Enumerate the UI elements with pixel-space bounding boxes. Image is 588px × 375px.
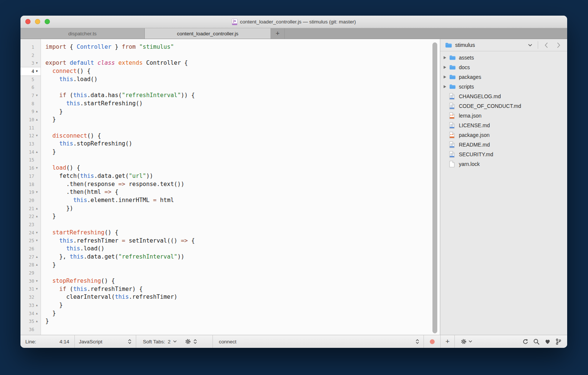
gutter-row[interactable]: 5: [20, 76, 41, 84]
back-arrow-icon[interactable]: [541, 41, 551, 49]
editor-scrollbar-thumb[interactable]: [432, 42, 437, 333]
code-line[interactable]: export default class extends Controller …: [45, 59, 440, 67]
gutter-row[interactable]: 7▼: [20, 92, 41, 100]
code-line[interactable]: .then(response => response.text()): [45, 180, 440, 189]
symbol-selector[interactable]: connect: [213, 335, 424, 348]
gutter-row[interactable]: 15: [20, 156, 41, 164]
tree-item-package-json[interactable]: package.json: [440, 130, 567, 140]
fold-down-icon[interactable]: ▼: [34, 280, 39, 283]
zoom-button[interactable]: [45, 19, 50, 24]
tree-item-security-md[interactable]: SECURITY.md: [440, 150, 567, 159]
fold-up-icon[interactable]: ▲: [34, 151, 39, 154]
gutter-row[interactable]: 27▲: [20, 253, 41, 261]
gutter-row[interactable]: 8: [20, 100, 41, 108]
code-line[interactable]: startRefreshing() {: [45, 229, 440, 237]
fold-down-icon[interactable]: ▼: [34, 70, 39, 73]
disclosure-triangle-icon[interactable]: [440, 66, 449, 69]
code-line[interactable]: this.load(): [45, 76, 440, 84]
code-line[interactable]: this.stopRefreshing(): [45, 140, 440, 148]
soft-tabs-control[interactable]: Soft Tabs: 2: [136, 335, 212, 348]
titlebar[interactable]: js content_loader_controller.js — stimul…: [20, 16, 567, 28]
code-editor[interactable]: 123▼4▼567▼89▲10▲1112▼1314▲1516▼171819▼20…: [20, 39, 440, 335]
code-line[interactable]: }: [45, 261, 440, 269]
gutter-row[interactable]: 16▼: [20, 164, 41, 172]
gutter-row[interactable]: 25▼: [20, 237, 41, 245]
gutter-row[interactable]: 23: [20, 221, 41, 229]
gutter-row[interactable]: 9▲: [20, 108, 41, 116]
code-line[interactable]: this.element.innerHTML = html: [45, 196, 440, 205]
sidebar-add-button[interactable]: +: [441, 335, 454, 348]
fold-down-icon[interactable]: ▼: [34, 167, 39, 170]
code-line[interactable]: }: [45, 317, 440, 326]
code-line[interactable]: [45, 221, 440, 229]
updown-stepper-icon[interactable]: [194, 339, 197, 344]
code-line[interactable]: if (this.data.has("refreshInterval")) {: [45, 92, 440, 100]
chevron-down-icon[interactable]: [173, 340, 177, 343]
gutter-row[interactable]: 1: [20, 43, 41, 51]
tree-item-docs[interactable]: docs: [440, 62, 567, 72]
code-line[interactable]: [45, 269, 440, 277]
gutter-row[interactable]: 28▲: [20, 261, 41, 269]
fold-up-icon[interactable]: ▲: [34, 256, 39, 259]
code-line[interactable]: }, this.data.get("refreshInterval")): [45, 253, 440, 261]
fold-down-icon[interactable]: ▼: [34, 288, 39, 291]
code-line[interactable]: }: [45, 116, 440, 124]
code-line[interactable]: clearInterval(this.refreshTimer): [45, 293, 440, 301]
fold-up-icon[interactable]: ▲: [34, 320, 39, 323]
code-line[interactable]: }: [45, 301, 440, 310]
fold-up-icon[interactable]: ▲: [34, 312, 39, 315]
code-line[interactable]: stopRefreshing() {: [45, 277, 440, 285]
tree-item-yarn-lock[interactable]: yarn.lock: [440, 159, 567, 169]
gutter-row[interactable]: 31▼: [20, 285, 41, 294]
disclosure-triangle-icon[interactable]: [440, 56, 449, 59]
tree-item-lerna-json[interactable]: lerna.json: [440, 111, 567, 121]
tab-dispatcher-ts[interactable]: dispatcher.ts: [20, 28, 145, 39]
gutter-row[interactable]: 14▲: [20, 148, 41, 156]
code-line[interactable]: [45, 51, 440, 60]
disclosure-triangle-icon[interactable]: [440, 85, 449, 88]
gutter-row[interactable]: 4▼: [20, 67, 41, 76]
fold-up-icon[interactable]: ▲: [34, 110, 39, 113]
gutter-row[interactable]: 11: [20, 124, 41, 132]
tree-item-packages[interactable]: packages: [440, 72, 567, 82]
code-line[interactable]: }: [45, 148, 440, 156]
code-line[interactable]: }: [45, 108, 440, 116]
code-line[interactable]: connect() {: [45, 67, 440, 76]
code-line[interactable]: fetch(this.data.get("url")): [45, 172, 440, 180]
gutter-row[interactable]: 35▲: [20, 317, 41, 326]
disclosure-triangle-icon[interactable]: [440, 76, 449, 78]
fold-up-icon[interactable]: ▲: [34, 118, 39, 121]
close-button[interactable]: [25, 19, 31, 24]
sidebar-root-name[interactable]: stimulus: [455, 42, 475, 48]
gutter-row[interactable]: 20: [20, 196, 41, 205]
gutter-row[interactable]: 30▼: [20, 277, 41, 285]
code-line[interactable]: this.load(): [45, 245, 440, 253]
tab-content-loader-controller-js[interactable]: content_loader_controller.js: [145, 28, 271, 39]
gutter-row[interactable]: 18: [20, 180, 41, 189]
gutter-row[interactable]: 2: [20, 51, 41, 60]
chevron-down-icon[interactable]: [525, 41, 535, 49]
sync-refresh-icon[interactable]: [522, 339, 528, 345]
fold-down-icon[interactable]: ▼: [34, 231, 39, 234]
fold-up-icon[interactable]: ▲: [34, 215, 39, 218]
code-line[interactable]: }: [45, 212, 440, 221]
gutter-row[interactable]: 33▲: [20, 301, 41, 310]
code-line[interactable]: [45, 83, 440, 92]
gutter-row[interactable]: 22▲: [20, 212, 41, 221]
code-line[interactable]: }: [45, 310, 440, 318]
tree-item-scripts[interactable]: scripts: [440, 82, 567, 92]
tree-item-license-md[interactable]: LICENSE.md: [440, 121, 567, 130]
code-lines[interactable]: import { Controller } from "stimulus"exp…: [41, 39, 440, 335]
gutter-row[interactable]: 21▲: [20, 205, 41, 213]
gutter-row[interactable]: 34▲: [20, 310, 41, 318]
fold-up-icon[interactable]: ▲: [34, 304, 39, 307]
code-line[interactable]: [45, 156, 440, 164]
git-branch-icon[interactable]: [556, 339, 561, 345]
gutter-row[interactable]: 3▼: [20, 59, 41, 67]
fold-down-icon[interactable]: ▼: [34, 134, 39, 137]
gutter-row[interactable]: 10▲: [20, 116, 41, 124]
code-line[interactable]: [45, 124, 440, 132]
tree-item-code-of-conduct-md[interactable]: CODE_OF_CONDUCT.md: [440, 101, 567, 111]
gutter-row[interactable]: 12▼: [20, 132, 41, 140]
gutter-row[interactable]: 13: [20, 140, 41, 148]
